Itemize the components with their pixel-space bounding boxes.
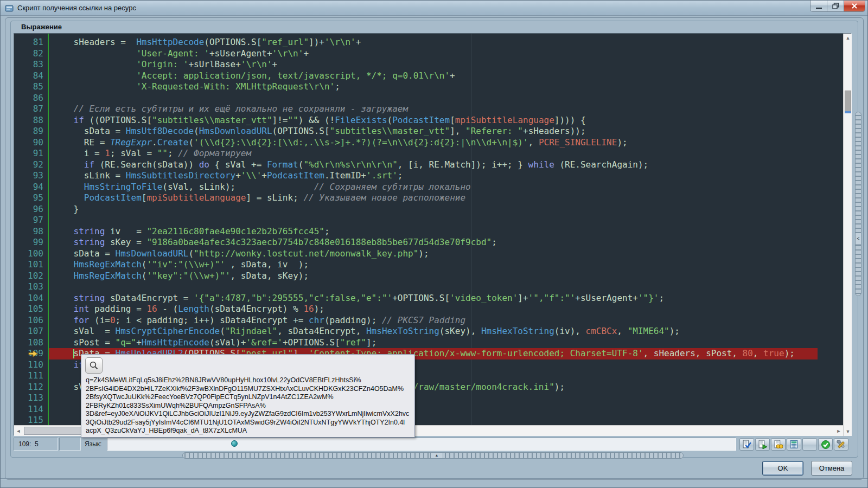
validate-button[interactable] xyxy=(818,438,833,451)
ok-button[interactable]: OK xyxy=(762,461,803,476)
line-number[interactable]: 92 xyxy=(14,159,48,171)
line-number[interactable]: 93 xyxy=(14,170,48,182)
line-number[interactable]: 85 xyxy=(14,81,48,93)
scroll-up-icon[interactable]: ▲ xyxy=(844,34,852,42)
tooltip-line: 2BFsIG4iDE4DX2bHiL7ZeKXikf%2F3wBXlnDFgO1… xyxy=(86,385,409,394)
magnifier-button[interactable] xyxy=(85,357,103,374)
vertical-scroll-thumb[interactable] xyxy=(845,91,851,113)
line-number[interactable]: 110 xyxy=(14,359,48,371)
app-icon xyxy=(5,4,14,12)
dialog-window: { "window": { "title": "Скрипт получения… xyxy=(0,0,868,488)
language-label: Язык: xyxy=(85,440,101,448)
line-number[interactable]: 84 xyxy=(14,70,48,82)
close-button[interactable] xyxy=(844,1,865,12)
line-number[interactable]: 101 xyxy=(14,259,48,271)
tooltip-line: 2FBRyKZh01c833SsXimUWqh%2BUFQAmpzGnSFPAs… xyxy=(86,402,409,410)
scroll-down-icon[interactable]: ▼ xyxy=(844,427,852,436)
code-line xyxy=(53,215,843,226)
code-line: RE = TRegExpr.Create('(\\d{2}:\\d{2}:[\\… xyxy=(53,137,843,149)
line-number[interactable]: 88 xyxy=(14,115,48,126)
line-number[interactable]: 107 xyxy=(14,326,48,337)
line-number[interactable]: 81 xyxy=(14,37,48,48)
splitter-expand-up-icon[interactable]: ▲ xyxy=(430,452,443,459)
tooltip-line: 3QiOiJtb29ud2Fsay5jYyIsImV4cCI6MTU1NjU1O… xyxy=(86,419,409,427)
line-number[interactable]: 94 xyxy=(14,182,48,193)
language-combo[interactable] xyxy=(107,438,736,451)
code-line: sHeaders = HmsHttpDecode(OPTIONS.S["ref_… xyxy=(53,37,843,48)
line-number[interactable]: 96 xyxy=(14,204,48,215)
tooltip-line: 2BfsyXQTwcJuUKk%2FeecYoeBVz7QP0FipECTq5y… xyxy=(86,393,409,402)
line-number[interactable]: 100 xyxy=(14,248,48,260)
code-line: sPost = "q="+HmsHttpEncode(sVal)+'&ref='… xyxy=(53,337,843,349)
line-number[interactable]: 99 xyxy=(14,237,48,248)
close-icon xyxy=(851,3,858,9)
script-debug-icon xyxy=(774,440,783,449)
line-number[interactable]: 102 xyxy=(14,271,48,282)
line-number[interactable]: 89 xyxy=(14,126,48,137)
line-number[interactable]: 106 xyxy=(14,315,48,326)
line-number[interactable]: 82 xyxy=(14,48,48,60)
modified-cell xyxy=(59,438,81,451)
line-number[interactable]: 105 xyxy=(14,304,48,315)
cancel-button[interactable]: Отмена xyxy=(811,461,852,476)
tools-button[interactable] xyxy=(834,438,848,451)
line-number[interactable]: 86 xyxy=(14,93,48,104)
code-line: sLink = HmsSubtitlesDirectory+'\\'+Podca… xyxy=(53,170,843,182)
maximize-icon xyxy=(832,3,839,9)
current-line-arrow-icon xyxy=(28,350,38,357)
minimize-icon xyxy=(816,8,822,9)
line-number[interactable]: 111 xyxy=(14,370,48,382)
line-number[interactable]: 91 xyxy=(14,148,48,159)
tools-icon xyxy=(837,440,846,450)
line-number[interactable]: 83 xyxy=(14,59,48,70)
script-debug-button[interactable] xyxy=(771,438,786,451)
line-number[interactable]: 112 xyxy=(14,382,48,393)
line-number[interactable]: 113 xyxy=(14,393,48,404)
vertical-scrollbar[interactable]: ▲ ▼ xyxy=(843,34,852,436)
script-check-icon xyxy=(742,440,751,449)
code-line: HmsStringToFile(sVal, sLink); // Сохраня… xyxy=(53,182,843,193)
code-line: sVal = HmsCryptCipherEncode("Rijndael", … xyxy=(53,326,843,337)
toolbar-spacer-button xyxy=(802,438,817,451)
code-line: 'Origin: '+sUrlBase+'\r\n'+ xyxy=(53,59,843,70)
vertical-splitter-grip[interactable] xyxy=(855,112,861,296)
line-number[interactable]: 114 xyxy=(14,404,48,415)
validate-icon xyxy=(821,440,831,450)
text-caret xyxy=(73,349,74,358)
titlebar[interactable]: Скрипт получения ссылки на ресурс xyxy=(1,1,868,16)
code-line: 'Accept: application/json, text/javascri… xyxy=(53,70,843,82)
line-number[interactable]: 98 xyxy=(14,226,48,237)
code-line: for (i=0; i < padding; i++) sData4Encryp… xyxy=(53,315,843,326)
tooltip-text: q=Zk4SMeWLitFqLq5sJ8iEhz%2BN8JRwVV80upHy… xyxy=(86,376,409,435)
line-number[interactable]: 115 xyxy=(14,415,48,425)
splitter-expand-left-icon[interactable]: < xyxy=(855,233,861,245)
scroll-left-icon[interactable]: ◄ xyxy=(14,427,23,435)
tooltip-line: 3D&ref=eyJ0eXAiOiJKV1QiLCJhbGciOiJIUzI1N… xyxy=(86,410,409,419)
line-number[interactable]: 103 xyxy=(14,281,48,293)
evaluation-tooltip: q=Zk4SMeWLitFqLq5sJ8iEhz%2BN8JRwVV80upHy… xyxy=(81,354,415,438)
line-number[interactable]: 87 xyxy=(14,104,48,115)
caret-position: 109: 5 xyxy=(14,438,58,451)
scroll-right-icon[interactable]: ► xyxy=(834,427,843,435)
code-line: // Если есть субтитры и их ещё локально … xyxy=(53,104,843,115)
script-check-button[interactable] xyxy=(739,438,754,451)
line-number[interactable]: 90 xyxy=(14,137,48,149)
minimize-button[interactable] xyxy=(810,1,827,12)
calculator-button[interactable] xyxy=(787,438,801,451)
line-number[interactable]: 95 xyxy=(14,192,48,204)
footer-divider xyxy=(1,478,868,479)
code-line: string sData4Encrypt = '{"a":4787,"b":29… xyxy=(53,293,843,304)
code-line: HmsRegExMatch('"iv":"(\\w+)"' , sData, i… xyxy=(53,259,843,271)
code-line: i = 1; sVal = ""; // Форматируем xyxy=(53,148,843,159)
code-line: string sKey = "9186a0bae4afec34c323aecb7… xyxy=(53,237,843,248)
script-run-icon xyxy=(758,440,767,449)
script-run-button[interactable] xyxy=(755,438,770,451)
line-number[interactable]: 108 xyxy=(14,337,48,349)
code-line: HmsRegExMatch('"key":"(\\w+)"', sData, s… xyxy=(53,271,843,282)
code-line: 'User-Agent: '+sUserAgent+'\r\n'+ xyxy=(53,48,843,60)
line-number[interactable]: 97 xyxy=(14,215,48,226)
line-number[interactable]: 104 xyxy=(14,293,48,304)
maximize-button[interactable] xyxy=(827,1,844,12)
code-line: sData = HmsDownloadURL("http://wonky.los… xyxy=(53,248,843,260)
tooltip-line: q=Zk4SMeWLitFqLq5sJ8iEhz%2BN8JRwVV80upHy… xyxy=(86,376,409,385)
